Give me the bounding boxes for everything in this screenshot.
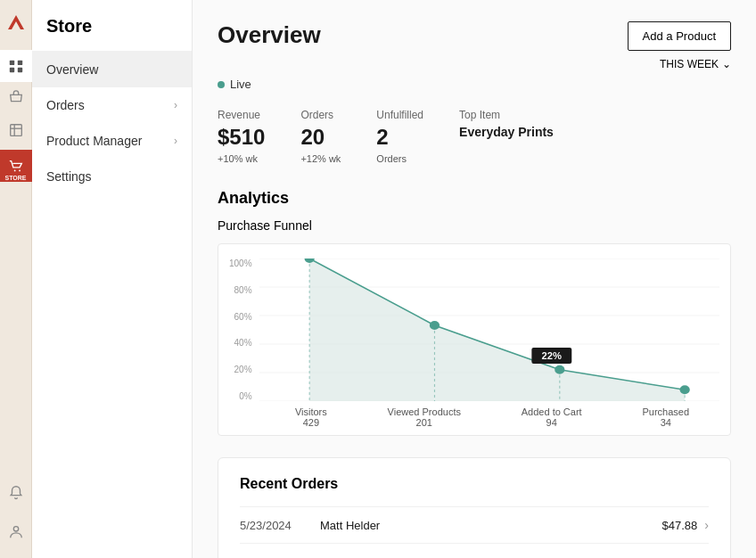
nav-chevron-orders: › [174,99,177,111]
chart-plot: 22% [259,258,719,401]
x-label-purchased: Purchased 34 [642,406,689,428]
app-logo[interactable] [4,11,29,36]
svg-point-9 [13,527,18,531]
page-header: Overview Add a Product THIS WEEK ⌄ [218,21,731,70]
bottom-icons [0,476,32,558]
svg-point-8 [19,170,21,172]
page-title: Overview [218,21,321,49]
svg-rect-1 [17,61,21,65]
week-filter[interactable]: THIS WEEK ⌄ [660,58,731,70]
store-nav-title: Store [32,0,192,52]
funnel-dot-added [555,365,564,374]
order-row-1[interactable]: 5/23/2024 Matt Helder $47.88 › [240,506,709,543]
icon-sidebar: STORE [0,0,32,558]
x-label-added: Added to Cart 94 [522,406,582,428]
order-row-2[interactable]: 5/17/2024 Alexander Turner $215.23 › [240,543,709,558]
nav-item-settings[interactable]: Settings [32,159,192,194]
nav-item-orders[interactable]: Orders › [32,87,192,123]
svg-rect-0 [9,61,13,65]
funnel-dot-purchased [679,385,689,394]
stat-orders: Orders 20 +12% wk [300,109,341,164]
nav-icon-cart[interactable]: STORE [0,150,32,182]
chart-y-axis: 100% 80% 60% 40% 20% 0% [229,258,259,401]
nav-icon-notifications[interactable] [0,476,32,508]
nav-icon-store[interactable] [0,82,32,114]
left-nav: Store Overview Orders › Product Manager … [32,0,193,558]
nav-icon-home[interactable] [0,50,32,82]
x-label-visitors: Visitors 429 [295,406,327,428]
analytics-section: Analytics Purchase Funnel 100% 80% 60% 4… [218,189,731,558]
funnel-dot-viewed [429,321,439,330]
stats-row: Revenue $510 +10% wk Orders 20 +12% wk U… [218,109,731,164]
recent-orders-card: Recent Orders 5/23/2024 Matt Helder $47.… [218,457,731,558]
funnel-svg: 22% [259,258,719,401]
nav-item-overview[interactable]: Overview [32,52,192,87]
stat-revenue: Revenue $510 +10% wk [218,109,265,164]
stat-top-item: Top Item Everyday Prints [459,109,554,164]
svg-rect-4 [10,125,21,136]
main-content: Overview Add a Product THIS WEEK ⌄ Live … [193,0,756,558]
svg-marker-16 [309,258,685,401]
svg-rect-3 [17,68,21,72]
nav-chevron-product-manager: › [174,135,177,147]
svg-text:22%: 22% [541,351,562,361]
purchase-funnel-chart: 100% 80% 60% 40% 20% 0% [218,243,731,436]
nav-icon-products[interactable] [0,114,32,146]
chart-x-labels: Visitors 429 Viewed Products 201 Added t… [229,406,719,428]
nav-icon-profile[interactable] [0,515,32,547]
nav-item-product-manager[interactable]: Product Manager › [32,123,192,159]
svg-rect-2 [9,68,13,72]
svg-point-7 [13,170,15,172]
chevron-down-icon: ⌄ [722,58,731,70]
x-label-viewed: Viewed Products 201 [388,406,461,428]
live-dot [218,81,225,88]
live-badge: Live [218,78,731,91]
add-product-button[interactable]: Add a Product [628,21,731,51]
stat-unfulfilled: Unfulfilled 2 Orders [376,109,423,164]
order-chevron-icon: › [704,554,709,558]
order-chevron-icon: › [704,518,709,532]
